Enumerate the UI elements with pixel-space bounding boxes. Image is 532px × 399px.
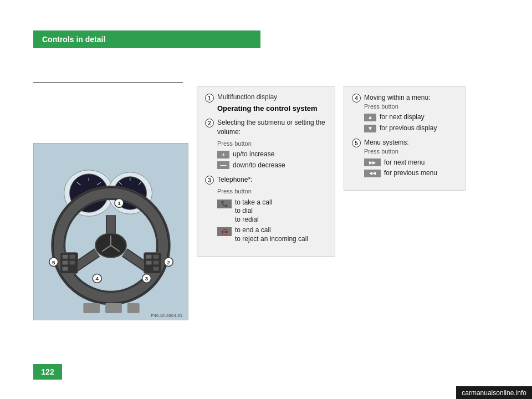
arrow-down-icon: ▼ [364, 125, 376, 132]
item5-next-row: ▶▶ for next menu [364, 158, 457, 167]
item5-press: Press button [364, 147, 409, 156]
item5-header: 5 Menu systems: Press button [352, 138, 457, 156]
svg-rect-47 [83, 303, 100, 313]
item5-title-block: Menu systems: Press button [364, 138, 409, 156]
item2-sub: Press button + up/to increase — down/to … [217, 139, 327, 170]
circle-5: 5 [352, 139, 361, 147]
section-item-2: 2 Selecting the submenu or setting the v… [205, 118, 327, 170]
watermark-text: carmanualsonline.info [462, 389, 526, 397]
item5-prev-row: ◀◀ for previous menu [364, 169, 457, 178]
svg-rect-32 [146, 255, 152, 259]
page: Controls in detail [0, 0, 532, 399]
svg-rect-34 [153, 255, 158, 259]
item2-up-label: up/to increase [233, 150, 274, 159]
minus-icon: — [217, 161, 229, 169]
arrow-up-icon: ▲ [364, 114, 376, 121]
item4-prev-label: for previous display [380, 124, 437, 133]
item1-subtitle: Operating the control system [217, 104, 318, 112]
item4-next-label: for next display [380, 113, 424, 122]
watermark: carmanualsonline.info [456, 386, 532, 399]
item2-header: 2 Selecting the submenu or setting the v… [205, 118, 327, 137]
divider-line [33, 82, 183, 83]
reject-call-label: to reject an incoming call [235, 235, 308, 244]
item5-prev-label: for previous menu [384, 169, 437, 178]
item3-title: Telephone*: [217, 175, 252, 185]
circle-1: 1 [205, 94, 214, 103]
item4-next-row: ▲ for next display [364, 113, 457, 122]
svg-text:5: 5 [52, 259, 55, 265]
svg-text:1: 1 [117, 200, 121, 206]
header-bar: Controls in detail [33, 30, 260, 48]
item4-sub: ▲ for next display ▼ for previous displa… [364, 113, 457, 132]
item4-header: 4 Moving within a menu: Press button [352, 93, 457, 111]
circle-2: 2 [205, 119, 214, 127]
item5-sub: ▶▶ for next menu ◀◀ for previous menu [364, 158, 457, 178]
item5-next-label: for next menu [384, 158, 424, 167]
section-item-4: 4 Moving within a menu: Press button ▲ f… [352, 93, 457, 132]
redial-label: to redial [235, 216, 272, 224]
page-number-box: 122 [33, 364, 62, 380]
item1-header: 1 Multifunction display [205, 93, 327, 103]
item3-end-row: 📵 to end a call to reject an incoming ca… [217, 226, 327, 243]
item2-down-row: — down/to decrease [217, 161, 327, 170]
svg-rect-30 [70, 261, 75, 265]
item3-sub: Press button 📞 to take a call to dial to… [217, 187, 327, 243]
svg-text:3: 3 [145, 275, 149, 282]
header-title: Controls in detail [42, 35, 105, 44]
item2-title: Selecting the submenu or setting the vol… [217, 118, 327, 137]
phone-take-icon: 📞 [217, 200, 232, 208]
item4-title: Moving within a menu: [364, 93, 430, 103]
item4-press: Press button [364, 103, 430, 111]
svg-rect-49 [127, 303, 140, 313]
phone-take-labels: to take a call to dial to redial [235, 198, 272, 224]
svg-rect-36 [153, 267, 158, 271]
svg-rect-48 [105, 303, 122, 313]
page-number: 122 [41, 367, 54, 376]
item2-press: Press button [217, 140, 252, 147]
circle-4: 4 [352, 94, 361, 103]
svg-text:4: 4 [95, 275, 99, 282]
section-item-3: 3 Telephone*: Press button 📞 to take a c… [205, 175, 327, 243]
info-box-right: 4 Moving within a menu: Press button ▲ f… [344, 86, 466, 191]
take-call-label: to take a call [235, 198, 272, 207]
svg-rect-26 [63, 255, 68, 259]
item2-up-row: + up/to increase [217, 150, 327, 159]
svg-rect-29 [70, 255, 75, 259]
item5-title: Menu systems: [364, 138, 409, 147]
svg-text:2: 2 [167, 259, 170, 265]
car-image-box: 1 2 3 4 5 P46.10-2664-31 [33, 143, 188, 320]
plus-icon: + [217, 151, 229, 158]
svg-rect-27 [63, 261, 68, 265]
info-box-left: 1 Multifunction display Operating the co… [197, 86, 335, 257]
item3-take-row: 📞 to take a call to dial to redial [217, 198, 327, 224]
section-item-1: 1 Multifunction display Operating the co… [205, 93, 327, 112]
svg-rect-35 [153, 261, 158, 265]
phone-end-labels: to end a call to reject an incoming call [235, 226, 308, 243]
item4-prev-row: ▼ for previous display [364, 124, 457, 133]
prev-menu-icon: ◀◀ [364, 170, 381, 177]
item1-title: Multifunction display [217, 93, 277, 101]
item4-title-block: Moving within a menu: Press button [364, 93, 430, 111]
svg-rect-28 [63, 267, 68, 271]
svg-text:P46.10-2664-31: P46.10-2664-31 [151, 313, 183, 318]
dial-label: to dial [235, 207, 272, 216]
svg-rect-33 [146, 261, 152, 265]
next-menu-icon: ▶▶ [364, 158, 381, 166]
end-call-label: to end a call [235, 226, 308, 235]
circle-3: 3 [205, 176, 214, 185]
section-item-5: 5 Menu systems: Press button ▶▶ for next… [352, 138, 457, 177]
item3-header: 3 Telephone*: [205, 175, 327, 185]
phone-end-icon: 📵 [217, 227, 232, 236]
item2-down-label: down/to decrease [233, 161, 285, 170]
item3-press: Press button [217, 188, 252, 195]
